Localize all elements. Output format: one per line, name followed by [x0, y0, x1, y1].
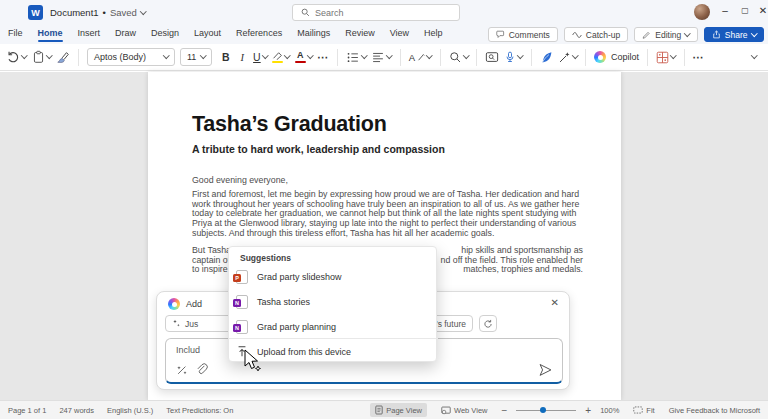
collapse-ribbon-chevron[interactable] — [751, 52, 757, 58]
refresh-suggestions-button[interactable] — [479, 315, 497, 332]
style-pen-icon — [417, 52, 425, 62]
clipboard-icon — [32, 50, 45, 64]
editor-button[interactable] — [540, 51, 553, 64]
chevron-down-icon — [307, 52, 313, 58]
tab-mailings[interactable]: Mailings — [297, 28, 330, 41]
zoom-in-button[interactable]: + — [585, 405, 591, 416]
page-view-button[interactable]: Page View — [370, 403, 427, 417]
copilot-header-text: Add — [186, 299, 202, 309]
bullet-list-button[interactable] — [346, 51, 367, 64]
feedback-link[interactable]: Give Feedback to Microsoft — [669, 406, 760, 415]
sparkle-icon — [172, 319, 181, 328]
close-icon[interactable]: ✕ — [551, 298, 559, 308]
fit-button[interactable]: Fit — [628, 404, 659, 417]
chevron-down-icon — [21, 52, 27, 58]
microphone-icon — [504, 50, 516, 64]
rewrite-sparkle-icon[interactable] — [176, 364, 188, 376]
search-box[interactable] — [292, 4, 460, 21]
underline-button[interactable]: U — [253, 51, 267, 63]
page-count-label[interactable]: Page 1 of 1 — [8, 406, 46, 415]
format-painter-button[interactable] — [56, 50, 70, 64]
more-font-options-button[interactable]: ⋯ — [317, 51, 329, 63]
document-canvas: Tasha’s Graduation A tribute to hard wor… — [0, 72, 768, 400]
toolbar-separator — [476, 49, 477, 66]
tab-insert[interactable]: Insert — [78, 28, 101, 41]
find-button[interactable] — [449, 51, 469, 64]
language-label[interactable]: English (U.S.) — [107, 406, 153, 415]
tab-view[interactable]: View — [390, 28, 409, 41]
paste-button[interactable] — [32, 50, 52, 64]
suggestion-item-planning[interactable]: N Grad party planning — [229, 314, 438, 339]
toolbar-separator — [400, 49, 401, 66]
word-count-label[interactable]: 247 words — [59, 406, 94, 415]
maximize-button[interactable]: ▢ — [738, 6, 752, 15]
dictate-button[interactable] — [504, 50, 523, 64]
tab-layout[interactable]: Layout — [194, 28, 221, 41]
share-label: Share — [725, 30, 748, 40]
comment-icon — [496, 30, 505, 39]
comments-button[interactable]: Comments — [488, 27, 558, 42]
alignment-button[interactable] — [371, 51, 392, 64]
tab-help[interactable]: Help — [424, 28, 443, 41]
text-predictions-label[interactable]: Text Predictions: On — [166, 406, 233, 415]
web-view-button[interactable]: Web View — [436, 404, 493, 417]
page-view-label: Page View — [386, 406, 422, 415]
title-bar: W Document1 • Saved – ▢ ✕ — [0, 0, 768, 26]
chevron-down-icon — [361, 52, 367, 58]
powerpoint-file-icon: P — [236, 270, 248, 284]
zoom-slider-handle[interactable] — [540, 407, 546, 413]
pencil-icon — [642, 30, 651, 39]
catch-up-button[interactable]: Catch-up — [564, 27, 629, 42]
document-name-label: Document1 — [50, 7, 99, 18]
font-size-select[interactable]: 11 — [180, 48, 212, 66]
search-icon — [301, 8, 310, 17]
search-icon — [449, 51, 462, 64]
chevron-down-icon — [140, 8, 146, 14]
send-icon — [538, 362, 553, 377]
toolbar-overflow-button[interactable]: ⋯ — [693, 51, 705, 63]
screen-reading-button[interactable] — [485, 51, 499, 64]
tab-review[interactable]: Review — [345, 28, 375, 41]
font-color-icon: A — [295, 51, 306, 64]
suggestion-item-slideshow[interactable]: P Grad party slideshow — [229, 264, 438, 289]
font-color-button[interactable]: A — [295, 51, 313, 64]
tab-home[interactable]: Home — [38, 28, 63, 41]
editing-mode-button[interactable]: Editing — [634, 27, 698, 42]
doc-status-separator: • — [103, 7, 106, 18]
chevron-down-icon — [284, 52, 290, 58]
zoom-percent-label[interactable]: 100% — [600, 406, 619, 415]
tab-design[interactable]: Design — [151, 28, 179, 41]
minimize-button[interactable]: – — [718, 5, 732, 16]
font-size-value: 11 — [187, 52, 196, 62]
zoom-slider[interactable] — [516, 410, 576, 411]
undo-button[interactable] — [6, 50, 27, 64]
attach-icon[interactable] — [195, 363, 208, 376]
search-input[interactable] — [315, 8, 435, 18]
styles-button[interactable]: A — [409, 52, 432, 63]
chevron-down-icon — [751, 30, 757, 36]
suggestion-item-stories[interactable]: N Tasha stories — [229, 289, 438, 314]
send-button[interactable] — [538, 362, 553, 377]
share-button[interactable]: Share — [704, 27, 764, 42]
onenote-file-icon: N — [236, 320, 248, 334]
font-name-select[interactable]: Aptos (Body) — [87, 48, 175, 66]
bold-button[interactable]: B — [222, 51, 230, 63]
auto-format-button[interactable] — [558, 51, 578, 64]
chip-1-label: Jus — [185, 319, 198, 329]
document-name[interactable]: Document1 • Saved — [50, 7, 145, 18]
suggestion-label: Grad party planning — [257, 322, 336, 332]
onenote-file-icon: N — [236, 295, 248, 309]
designer-button[interactable] — [656, 51, 676, 64]
user-avatar[interactable] — [694, 4, 710, 20]
chevron-down-icon — [426, 52, 432, 58]
italic-button[interactable]: I — [241, 52, 245, 63]
zoom-out-button[interactable]: − — [501, 405, 507, 416]
tab-file[interactable]: File — [8, 28, 23, 41]
tab-references[interactable]: References — [236, 28, 282, 41]
format-painter-icon — [56, 50, 70, 64]
highlight-color-button[interactable] — [272, 51, 290, 64]
p2-line3-left: to inspire — [192, 265, 228, 275]
copilot-button[interactable]: Copilot — [594, 51, 639, 63]
tab-draw[interactable]: Draw — [115, 28, 136, 41]
close-button[interactable]: ✕ — [756, 5, 768, 16]
